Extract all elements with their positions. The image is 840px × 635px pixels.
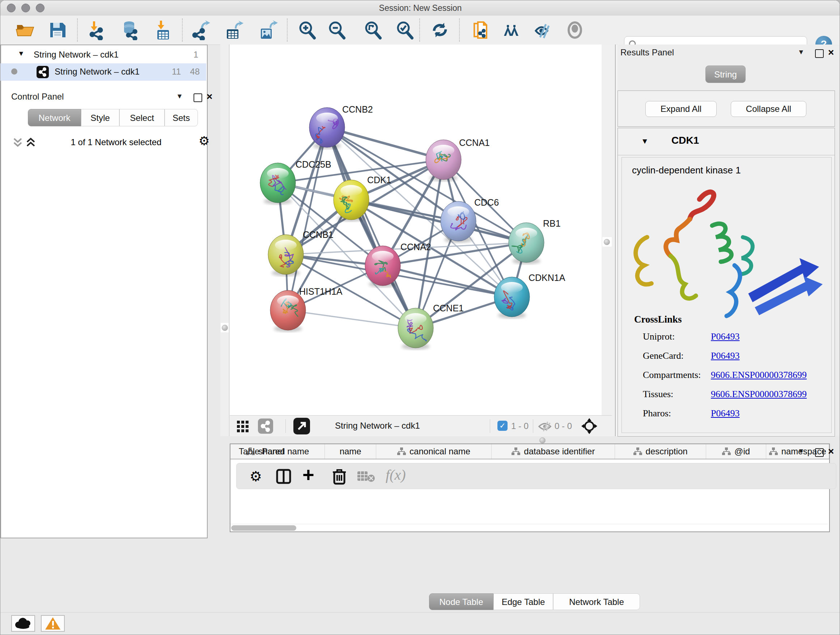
show-columns-icon[interactable] (276, 469, 292, 485)
tab-style[interactable]: Style (81, 109, 119, 126)
collapse-all-button[interactable]: Collapse All (731, 101, 806, 117)
column-header-database-identifier[interactable]: database identifier (492, 444, 615, 459)
table-header-row: shared namenamecanonical namedatabase id… (231, 444, 829, 459)
expand-all-button[interactable]: Expand All (645, 101, 717, 117)
results-panel-close-icon[interactable]: × (828, 47, 834, 58)
node-CCNA1[interactable] (426, 140, 461, 181)
import-network-from-database-button[interactable] (120, 20, 140, 40)
horizontal-splitter-handle[interactable] (539, 437, 546, 443)
crosslink-label: GeneCard: (643, 350, 711, 361)
crosslink-link[interactable]: P06493 (711, 331, 739, 342)
table-settings-gear-icon[interactable]: ⚙ (249, 469, 262, 485)
column-header-description[interactable]: description (615, 444, 706, 459)
network-options-gear-icon[interactable]: ⚙ (199, 134, 210, 148)
table-horizontal-scrollbar[interactable] (231, 525, 296, 531)
column-header-name[interactable]: name (325, 444, 376, 459)
network-status-dot (11, 68, 17, 74)
node-RB1[interactable] (508, 223, 544, 264)
cloud-status-button[interactable] (11, 615, 35, 632)
table-toolbar: ⚙ + f(x) (236, 463, 836, 489)
add-column-icon[interactable]: + (302, 463, 314, 486)
footer-separator (490, 419, 490, 433)
export-table-button[interactable] (224, 20, 244, 40)
right-splitter[interactable] (602, 44, 615, 436)
clone-network-button[interactable] (471, 20, 492, 40)
left-splitter-handle[interactable] (222, 325, 228, 331)
zoom-out-button[interactable] (327, 20, 347, 40)
protein-expand-icon[interactable]: ▼ (641, 137, 649, 146)
selection-counts: 1 - 0 (511, 421, 529, 431)
delete-table-icon[interactable] (357, 470, 376, 482)
tab-edge-table[interactable]: Edge Table (493, 593, 553, 610)
table-panel-float-icon[interactable] (815, 448, 824, 457)
crosslink-link[interactable]: P06493 (711, 408, 739, 419)
tab-network[interactable]: Network (28, 109, 81, 126)
tab-sets[interactable]: Sets (164, 109, 198, 126)
tab-network-table[interactable]: Network Table (553, 593, 640, 610)
grid-view-icon[interactable] (237, 421, 248, 432)
first-neighbors-button[interactable] (502, 20, 523, 40)
zoom-fit-button[interactable] (363, 20, 383, 40)
control-panel-close-icon[interactable]: × (207, 91, 212, 103)
hide-selected-button[interactable] (533, 20, 553, 40)
crosslinks-list: Uniprot:P06493GeneCard:P06493Compartment… (643, 331, 824, 427)
control-panel-float-icon[interactable] (194, 93, 202, 102)
table-panel: Table Panel ▼ × ⚙ + f(x) (230, 443, 840, 612)
save-session-button[interactable] (47, 20, 68, 40)
export-network-button[interactable] (191, 20, 212, 40)
results-panel-float-icon[interactable] (815, 49, 824, 58)
edge-CCNB2-HIST1H1A[interactable] (288, 127, 327, 310)
import-table-button[interactable] (153, 20, 173, 40)
tab-node-table[interactable]: Node Table (429, 593, 493, 610)
network-share-icon[interactable] (258, 418, 273, 434)
export-image-icon (258, 20, 278, 40)
open-session-button[interactable] (15, 20, 35, 40)
horizontal-splitter[interactable] (230, 436, 840, 443)
collection-label: String Network – cdk1 (34, 50, 118, 60)
export-image-button[interactable] (258, 20, 278, 40)
show-all-button[interactable] (565, 20, 585, 40)
results-panel-collapse-icon[interactable]: ▼ (798, 48, 805, 56)
protein-name: CDK1 (671, 135, 699, 146)
selected-nodes-checkbox-icon[interactable]: ✓ (497, 421, 508, 431)
warning-status-button[interactable] (41, 615, 65, 632)
network-canvas[interactable]: CCNB2CCNA1CDC25BCDK1CDC6RB1CCNB1CCNA2CDK… (230, 44, 602, 415)
node-CDC25B[interactable] (260, 163, 295, 204)
left-splitter[interactable] (220, 44, 229, 436)
crosslink-link[interactable]: 9606.ENSP00000378699 (711, 389, 807, 400)
edge-HIST1H1A-CCNE1[interactable] (288, 310, 416, 328)
birdseye-crosshair-icon[interactable] (581, 418, 597, 434)
delete-column-trash-icon[interactable] (332, 468, 347, 485)
expand-all-tree-icon[interactable] (13, 137, 25, 148)
node-CCNE1[interactable] (398, 308, 433, 350)
zoom-selected-button[interactable] (395, 20, 415, 40)
table-panel-close-icon[interactable]: × (828, 446, 834, 457)
table-panel-collapse-icon[interactable]: ▼ (798, 447, 805, 455)
crosslink-row: Tissues:9606.ENSP00000378699 (643, 389, 824, 400)
protein-description: cyclin-dependent kinase 1 (632, 165, 741, 176)
tab-string[interactable]: String (706, 65, 745, 83)
zoom-in-button[interactable] (297, 20, 317, 40)
collection-expand-icon[interactable]: ▼ (18, 50, 25, 57)
refresh-button[interactable] (430, 20, 450, 40)
column-header-canonical-name[interactable]: canonical name (376, 444, 492, 459)
column-header--id[interactable]: @id (706, 444, 767, 459)
tab-select[interactable]: Select (119, 109, 164, 126)
zoom-out-icon (327, 20, 347, 40)
edge-CCNB2-CCNE1[interactable] (327, 127, 416, 328)
crosslink-link[interactable]: P06493 (711, 350, 739, 361)
node-CDKN1A[interactable] (494, 277, 530, 318)
hidden-eye-slash-icon[interactable] (538, 421, 552, 432)
open-in-window-icon[interactable] (294, 418, 310, 434)
crosslink-link[interactable]: 9606.ENSP00000378699 (711, 370, 807, 380)
collapse-all-tree-icon[interactable] (26, 137, 38, 148)
control-panel-collapse-icon[interactable]: ▼ (176, 92, 183, 100)
import-network-button[interactable] (87, 20, 107, 40)
right-splitter-handle[interactable] (604, 239, 610, 245)
node-HIST1H1A[interactable] (270, 290, 306, 332)
network-collection-row[interactable]: ▼ String Network – cdk1 1 (0, 48, 206, 63)
network-row[interactable]: String Network – cdk1 11 48 (0, 63, 206, 81)
function-builder-icon[interactable]: f(x) (386, 466, 406, 483)
node-CCNB1[interactable] (268, 234, 303, 276)
toolbar-separator (287, 19, 287, 42)
